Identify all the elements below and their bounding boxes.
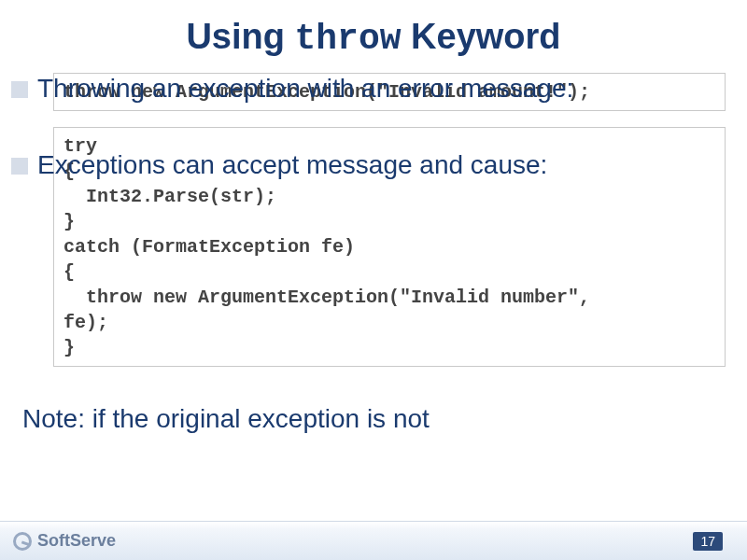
title-post: Keyword	[402, 17, 561, 56]
bullet-block-1: Throwing an exception with an error mess…	[11, 72, 728, 111]
bullet-marker-icon	[11, 158, 28, 175]
slide-title: Using throw Keyword	[0, 0, 747, 66]
note-rest: : if the original exception is not	[78, 404, 430, 433]
note-label: Note	[22, 404, 78, 433]
bullet-block-2: Exceptions can accept message and cause:…	[11, 148, 728, 367]
brand-text: SoftServe	[37, 531, 116, 551]
title-pre: Using	[186, 17, 294, 56]
page-number: 17	[693, 532, 723, 551]
slide: Using throw Keyword Throwing an exceptio…	[0, 0, 747, 560]
footer-bar: SoftServe 17	[0, 521, 747, 560]
bullet-1-text: Throwing an exception with an error mess…	[37, 72, 573, 105]
bullet-2: Exceptions can accept message and cause:	[11, 148, 728, 181]
slide-content: Throwing an exception with an error mess…	[0, 66, 747, 434]
brand-logo-icon	[13, 532, 32, 551]
bullet-2-text: Exceptions can accept message and cause:	[37, 148, 547, 181]
note-line: Note: if the original exception is not	[11, 404, 728, 434]
title-mono: throw	[295, 19, 402, 59]
brand: SoftServe	[13, 531, 116, 551]
bullet-1: Throwing an exception with an error mess…	[11, 72, 728, 105]
bullet-marker-icon	[11, 81, 28, 98]
